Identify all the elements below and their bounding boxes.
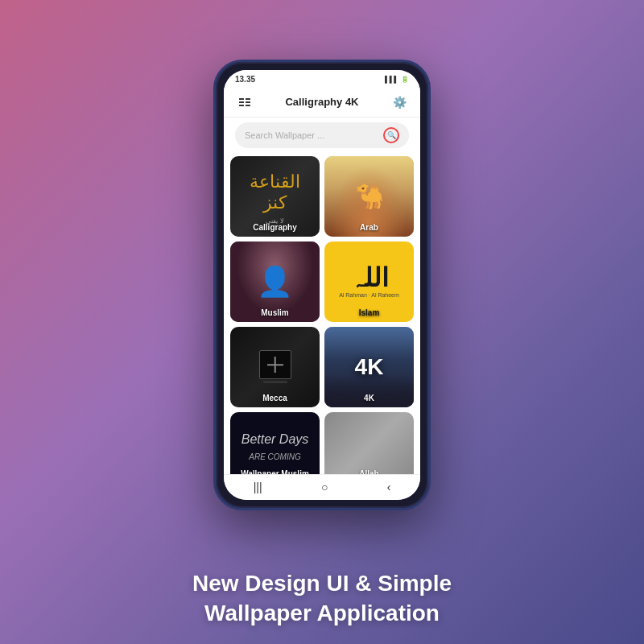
tile-allah-label: Allah [324,469,414,474]
battery-icon: 🔋 [401,76,409,83]
camel-icon: 🐪 [354,182,384,210]
tile-arab-label: Arab [324,223,414,232]
nav-bar: ||| ○ ‹ [224,474,420,500]
app-title: Calligraphy 4K [285,96,358,108]
settings-icon[interactable]: ⚙️ [390,93,409,112]
tile-calligraphy-label: Calligraphy [230,223,320,232]
svg-rect-3 [246,101,250,103]
bottom-text-section: New Design UI & SimpleWallpaper Applicat… [168,553,476,644]
tile-wallpaper-muslim[interactable]: Better Days ARE COMING Wallpaper Muslim [230,412,320,474]
tile-mecca[interactable]: Mecca [230,327,320,407]
svg-rect-0 [239,98,244,100]
status-time: 13.35 [235,75,255,84]
nav-back-icon[interactable]: ‹ [387,481,391,493]
person-icon: 👤 [257,265,293,299]
tile-mecca-label: Mecca [230,394,320,402]
arabic-calligraphy-text: القناعةكنز [246,168,303,217]
tile-arab[interactable]: 🐪 Arab [324,156,414,237]
tile-wallpaper-muslim-label: Wallpaper Muslim [230,469,320,474]
search-input-wrap[interactable]: Search Wallpaper ... 🔍 [235,122,409,148]
signal-icon: ▌▌▌ [385,76,398,83]
search-icon[interactable]: 🔍 [383,127,399,143]
tile-islam[interactable]: اللہ Al Rahman · Al Raheem Islam [324,242,414,322]
svg-rect-4 [239,105,244,106]
better-days-text: Better Days [242,432,309,446]
nav-menu-icon[interactable]: ||| [254,481,262,493]
phone-wrapper: 13.35 ▌▌▌ 🔋 C [213,0,431,553]
top-bar: Calligraphy 4K ⚙️ [224,88,420,118]
search-bar: Search Wallpaper ... 🔍 [224,118,420,156]
cursive-text: Better Days ARE COMING [242,431,309,464]
status-bar: 13.35 ▌▌▌ 🔋 [224,70,420,88]
search-placeholder: Search Wallpaper ... [245,130,324,140]
tile-4k-label: 4K [324,394,414,402]
tile-islam-label: Islam [324,308,414,317]
svg-rect-2 [239,101,244,103]
4k-text: 4K [355,354,384,380]
tile-calligraphy[interactable]: القناعةكنز لا يفنى Calligraphy [230,156,320,237]
tile-allah[interactable]: Allah [324,412,414,474]
status-icons: ▌▌▌ 🔋 [385,76,409,83]
wallpaper-grid: القناعةكنز لا يفنى Calligraphy 🐪 Arab [224,156,420,474]
svg-rect-5 [246,105,250,106]
main-headline: New Design UI & SimpleWallpaper Applicat… [192,569,452,628]
islam-sub: Al Rahman · Al Raheem [339,292,399,298]
tile-muslim[interactable]: 👤 Muslim [230,242,320,322]
phone-device: 13.35 ▌▌▌ 🔋 C [213,60,431,510]
menu-icon[interactable] [235,93,254,112]
grid-container: القناعةكنز لا يفنى Calligraphy 🐪 Arab [230,156,414,474]
islam-arabic-text: اللہ [339,265,399,291]
are-coming-text: ARE COMING [249,452,300,461]
svg-rect-1 [246,98,250,100]
nav-home-icon[interactable]: ○ [321,481,328,493]
tile-muslim-label: Muslim [230,308,320,317]
phone-screen: 13.35 ▌▌▌ 🔋 C [224,70,420,500]
tile-4k[interactable]: 4K 4K [324,327,414,407]
